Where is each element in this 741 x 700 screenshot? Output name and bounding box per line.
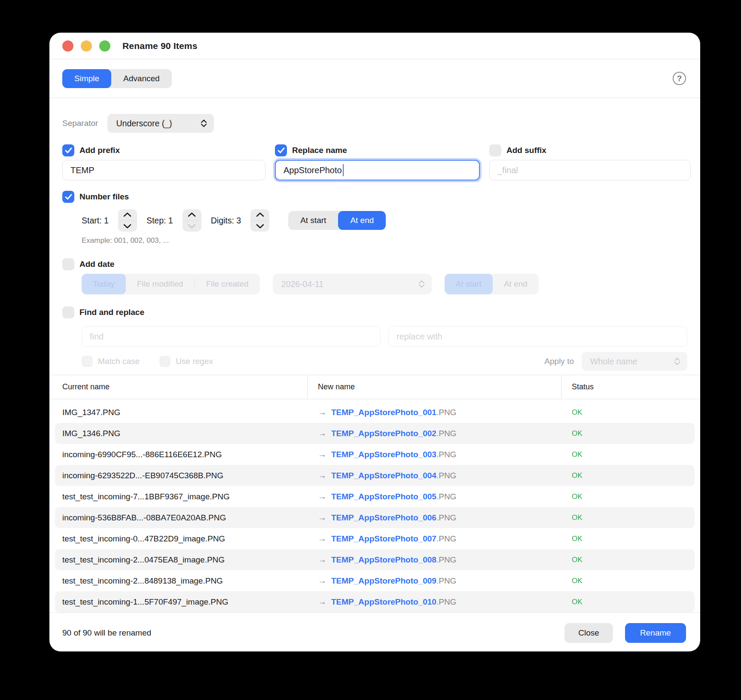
column-header-new-name: New name bbox=[308, 375, 561, 399]
table-row[interactable]: test_test_incoming-1...5F70F497_image.PN… bbox=[55, 591, 695, 612]
step-value: 1 bbox=[168, 216, 173, 225]
new-name-base: TEMP_AppStorePhoto_009 bbox=[331, 576, 436, 585]
add-suffix-label[interactable]: Add suffix bbox=[506, 146, 546, 155]
match-case-checkbox bbox=[82, 356, 93, 367]
status-badge: OK bbox=[561, 535, 695, 543]
close-window-button[interactable] bbox=[62, 40, 73, 52]
digits-value: 3 bbox=[236, 216, 241, 225]
start-increment-button[interactable] bbox=[118, 209, 137, 221]
rename-arrow-icon: → bbox=[318, 492, 326, 501]
chevron-up-down-icon bbox=[201, 119, 207, 127]
close-button[interactable]: Close bbox=[564, 623, 613, 643]
add-prefix-checkbox[interactable] bbox=[62, 144, 74, 156]
add-prefix-label[interactable]: Add prefix bbox=[79, 146, 120, 155]
new-name-cell: → TEMP_AppStorePhoto_003.PNG bbox=[308, 449, 561, 459]
rename-dialog: Rename 90 Items Simple Advanced ? Separa… bbox=[49, 33, 700, 651]
new-name-cell: → TEMP_AppStorePhoto_005.PNG bbox=[308, 492, 561, 501]
step-stepper bbox=[183, 209, 201, 232]
new-name-base: TEMP_AppStorePhoto_004 bbox=[331, 471, 436, 480]
table-row[interactable]: IMG_1347.PNG → TEMP_AppStorePhoto_001.PN… bbox=[55, 402, 695, 423]
new-name-base: TEMP_AppStorePhoto_002 bbox=[331, 429, 436, 438]
start-decrement-button[interactable] bbox=[118, 221, 137, 232]
rename-arrow-icon: → bbox=[318, 449, 326, 459]
replace-name-input[interactable]: AppStorePhoto bbox=[275, 160, 480, 180]
date-source-segmented: Today File modified File created bbox=[82, 274, 260, 294]
replace-name-checkbox[interactable] bbox=[275, 144, 287, 156]
digits-increment-button[interactable] bbox=[250, 209, 269, 221]
digits-decrement-button[interactable] bbox=[250, 221, 269, 232]
table-row[interactable]: test_test_incoming-7...1BBF9367_image.PN… bbox=[55, 486, 695, 507]
chevron-down-icon bbox=[256, 224, 264, 229]
prefix-input[interactable] bbox=[62, 160, 265, 180]
new-name-text: TEMP_AppStorePhoto_003.PNG bbox=[331, 450, 456, 459]
new-name-text: TEMP_AppStorePhoto_007.PNG bbox=[331, 534, 456, 544]
table-row[interactable]: test_test_incoming-0...47B22D9_image.PNG… bbox=[55, 528, 695, 549]
number-at-end-option[interactable]: At end bbox=[338, 211, 386, 230]
table-row[interactable]: test_test_incoming-2...8489138_image.PNG… bbox=[55, 570, 695, 591]
step-increment-button[interactable] bbox=[183, 209, 201, 221]
separator-row: Separator Underscore (_) bbox=[62, 114, 687, 133]
table-row[interactable]: incoming-536B8FAB...-08BA7E0A20AB.PNG → … bbox=[55, 507, 695, 528]
title-bar: Rename 90 Items bbox=[49, 33, 700, 59]
check-icon bbox=[65, 147, 72, 153]
status-badge: OK bbox=[561, 514, 695, 522]
find-replace-label[interactable]: Find and replace bbox=[79, 308, 144, 317]
rename-arrow-icon: → bbox=[318, 471, 326, 480]
new-name-text: TEMP_AppStorePhoto_010.PNG bbox=[331, 597, 456, 607]
rename-button[interactable]: Rename bbox=[625, 623, 686, 643]
rename-arrow-icon: → bbox=[318, 407, 326, 417]
replace-name-value: AppStorePhoto bbox=[284, 165, 342, 175]
new-name-text: TEMP_AppStorePhoto_004.PNG bbox=[331, 471, 456, 480]
new-name-text: TEMP_AppStorePhoto_002.PNG bbox=[331, 429, 456, 438]
replace-name-label[interactable]: Replace name bbox=[292, 146, 347, 155]
new-name-ext: .PNG bbox=[436, 429, 456, 438]
tab-advanced[interactable]: Advanced bbox=[111, 69, 172, 88]
number-files-label[interactable]: Number files bbox=[79, 192, 129, 202]
digits-stepper bbox=[250, 209, 269, 232]
chevron-up-icon bbox=[256, 212, 264, 217]
new-name-text: TEMP_AppStorePhoto_009.PNG bbox=[331, 576, 456, 586]
separator-label: Separator bbox=[62, 119, 98, 128]
suffix-input[interactable] bbox=[489, 160, 691, 180]
table-row[interactable]: incoming-6990CF95...-886E116E6E12.PNG → … bbox=[55, 444, 695, 465]
tab-simple[interactable]: Simple bbox=[62, 69, 111, 88]
find-replace-inputs bbox=[62, 323, 687, 347]
new-name-ext: .PNG bbox=[436, 492, 456, 501]
new-name-cell: → TEMP_AppStorePhoto_008.PNG bbox=[308, 555, 561, 565]
minimize-window-button[interactable] bbox=[81, 40, 92, 52]
start-value-label: Start: 1 bbox=[82, 216, 109, 226]
table-header: Current name New name Status bbox=[49, 375, 700, 399]
table-row[interactable]: IMG_1346.PNG → TEMP_AppStorePhoto_002.PN… bbox=[55, 423, 695, 444]
start-stepper bbox=[118, 209, 137, 232]
new-name-ext: .PNG bbox=[436, 597, 456, 606]
new-name-ext: .PNG bbox=[436, 576, 456, 585]
new-name-ext: .PNG bbox=[436, 534, 456, 543]
add-suffix-checkbox[interactable] bbox=[489, 144, 501, 156]
date-file-created-option: File created bbox=[195, 274, 259, 294]
chevron-up-down-icon bbox=[418, 280, 425, 288]
current-name: test_test_incoming-0...47B22D9_image.PNG bbox=[55, 534, 308, 544]
number-files-checkbox[interactable] bbox=[62, 191, 74, 203]
separator-select[interactable]: Underscore (_) bbox=[107, 114, 214, 133]
name-fields-row: Add prefix Replace name AppStorePhoto bbox=[62, 144, 687, 180]
rename-arrow-icon: → bbox=[318, 513, 326, 523]
current-name: IMG_1346.PNG bbox=[55, 429, 308, 438]
help-button[interactable]: ? bbox=[673, 72, 686, 85]
zoom-window-button[interactable] bbox=[99, 40, 110, 52]
add-date-checkbox[interactable] bbox=[62, 258, 74, 270]
suffix-group: Add suffix bbox=[489, 144, 691, 180]
number-at-start-option[interactable]: At start bbox=[288, 211, 338, 230]
new-name-base: TEMP_AppStorePhoto_003 bbox=[331, 450, 436, 459]
new-name-text: TEMP_AppStorePhoto_005.PNG bbox=[331, 492, 456, 501]
add-date-label[interactable]: Add date bbox=[79, 260, 114, 269]
status-badge: OK bbox=[561, 450, 695, 459]
rename-arrow-icon: → bbox=[318, 534, 326, 544]
new-name-text: TEMP_AppStorePhoto_008.PNG bbox=[331, 555, 456, 565]
table-row[interactable]: test_test_incoming-2...0475EA8_image.PNG… bbox=[55, 549, 695, 570]
rename-summary: 90 of 90 will be renamed bbox=[62, 628, 151, 638]
column-header-status: Status bbox=[561, 375, 700, 399]
chevron-down-icon bbox=[123, 224, 131, 229]
table-row[interactable]: incoming-6293522D...-EB90745C368B.PNG → … bbox=[55, 465, 695, 486]
find-replace-checkbox[interactable] bbox=[62, 306, 74, 318]
new-name-base: TEMP_AppStorePhoto_010 bbox=[331, 597, 436, 606]
